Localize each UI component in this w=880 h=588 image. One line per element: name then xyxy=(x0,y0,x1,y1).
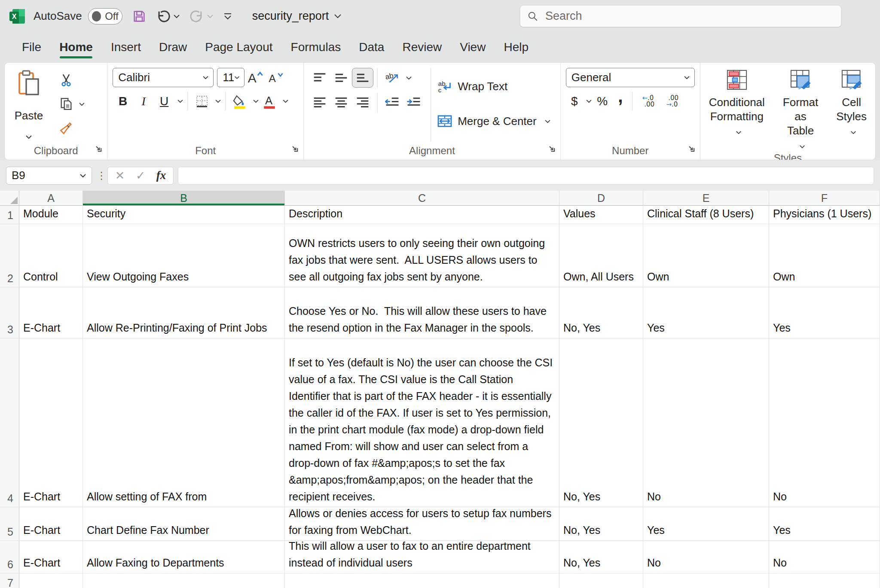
tab-data[interactable]: Data xyxy=(350,35,393,59)
tab-view[interactable]: View xyxy=(451,35,495,59)
formula-bar-drag-handle[interactable]: ⋮ xyxy=(96,170,103,182)
format-painter-button[interactable] xyxy=(56,119,76,137)
cell-B5[interactable]: Chart Define Fax Number xyxy=(83,507,285,541)
align-center-button[interactable] xyxy=(330,93,352,113)
select-all-button[interactable] xyxy=(0,191,19,206)
tab-insert[interactable]: Insert xyxy=(102,35,150,59)
cell-E3[interactable]: Yes xyxy=(643,287,769,338)
cell-A6[interactable]: E-Chart xyxy=(19,541,83,573)
accounting-format-button[interactable]: $ xyxy=(566,91,583,111)
top-align-button[interactable] xyxy=(309,68,330,88)
clipboard-dialog-launcher[interactable] xyxy=(94,144,103,153)
font-name-select[interactable]: Calibri xyxy=(113,68,214,87)
tab-page-layout[interactable]: Page Layout xyxy=(196,35,281,59)
save-button[interactable] xyxy=(132,9,147,24)
cell-B2[interactable]: View Outgoing Faxes xyxy=(83,224,285,287)
insert-function-button[interactable]: fx xyxy=(151,168,171,184)
format-as-table-button[interactable]: Format as Table xyxy=(779,68,822,152)
copy-dropdown-icon[interactable] xyxy=(79,102,85,106)
font-dialog-launcher[interactable] xyxy=(290,144,299,153)
cell-E2[interactable]: Own xyxy=(643,224,769,287)
orientation-button[interactable]: ab xyxy=(382,68,403,88)
formula-input[interactable] xyxy=(178,167,874,185)
cell-D5[interactable]: No, Yes xyxy=(559,507,643,541)
number-dialog-launcher[interactable] xyxy=(687,144,696,153)
underline-button[interactable]: U xyxy=(154,91,174,111)
cell-E5[interactable]: Yes xyxy=(643,507,769,541)
accounting-dropdown-icon[interactable] xyxy=(586,99,592,103)
row-header-3[interactable]: 3 xyxy=(0,287,19,338)
merge-center-button[interactable]: Merge & Center xyxy=(437,115,551,128)
increase-decimal-button[interactable]: ←.0 .00 xyxy=(636,91,660,111)
autosave-toggle[interactable]: Off xyxy=(88,8,122,24)
cell-C2[interactable]: OWN restricts users to only seeing their… xyxy=(285,224,559,287)
cell-C6[interactable]: This will allow a user to fax to an enti… xyxy=(285,541,559,573)
search-box[interactable] xyxy=(520,5,841,27)
row-header-7[interactable]: 7 xyxy=(0,573,19,588)
comma-style-button[interactable]: , xyxy=(613,91,628,111)
font-color-dropdown-icon[interactable] xyxy=(282,99,289,103)
customize-quick-access-button[interactable] xyxy=(223,12,232,20)
conditional-formatting-button[interactable]: Conditional Formatting xyxy=(706,68,768,152)
bold-button[interactable]: B xyxy=(113,91,133,111)
increase-indent-button[interactable] xyxy=(403,93,425,113)
tab-formulas[interactable]: Formulas xyxy=(282,35,350,59)
cell-A7[interactable] xyxy=(19,573,83,588)
cell-E1[interactable]: Clinical Staff (8 Users) xyxy=(643,206,769,224)
column-header-B[interactable]: B xyxy=(83,191,285,206)
undo-dropdown-icon[interactable] xyxy=(173,14,180,18)
cell-F7[interactable] xyxy=(769,573,880,588)
row-header-4[interactable]: 4 xyxy=(0,338,19,507)
cell-B6[interactable]: Allow Faxing to Departments xyxy=(83,541,285,573)
cell-D3[interactable]: No, Yes xyxy=(559,287,643,338)
middle-align-button[interactable] xyxy=(330,68,352,88)
borders-button[interactable] xyxy=(192,91,212,111)
percent-style-button[interactable]: % xyxy=(592,91,613,111)
row-header-5[interactable]: 5 xyxy=(0,507,19,541)
cell-F2[interactable]: Own xyxy=(769,224,880,287)
cell-C3[interactable]: Choose Yes or No. This will allow these … xyxy=(285,287,559,338)
tab-help[interactable]: Help xyxy=(495,35,538,59)
tab-review[interactable]: Review xyxy=(393,35,451,59)
cell-F5[interactable]: Yes xyxy=(769,507,880,541)
cell-E4[interactable]: No xyxy=(643,338,769,507)
alignment-dialog-launcher[interactable] xyxy=(547,144,556,153)
cell-B7[interactable] xyxy=(83,573,285,588)
row-header-1[interactable]: 1 xyxy=(0,206,19,224)
fill-color-dropdown-icon[interactable] xyxy=(253,99,259,103)
borders-dropdown-icon[interactable] xyxy=(215,99,221,103)
wrap-text-button[interactable]: ab c Wrap Text xyxy=(437,79,551,94)
cell-A2[interactable]: Control xyxy=(19,224,83,287)
cell-A3[interactable]: E-Chart xyxy=(19,287,83,338)
cell-D1[interactable]: Values xyxy=(559,206,643,224)
font-color-button[interactable]: A xyxy=(259,91,280,111)
column-header-F[interactable]: F xyxy=(769,191,880,206)
italic-button[interactable]: I xyxy=(133,91,154,111)
paste-dropdown-icon[interactable] xyxy=(25,135,32,139)
column-header-C[interactable]: C xyxy=(285,191,559,206)
cell-D4[interactable]: No, Yes xyxy=(559,338,643,507)
column-header-E[interactable]: E xyxy=(643,191,769,206)
cell-E7[interactable] xyxy=(643,573,769,588)
cell-B4[interactable]: Allow setting of FAX from xyxy=(83,338,285,507)
cell-F1[interactable]: Physicians (1 Users) xyxy=(769,206,880,224)
copy-button[interactable] xyxy=(56,94,76,113)
cell-F4[interactable]: No xyxy=(769,338,880,507)
cell-D6[interactable]: No, Yes xyxy=(559,541,643,573)
cell-A4[interactable]: E-Chart xyxy=(19,338,83,507)
tab-draw[interactable]: Draw xyxy=(150,35,196,59)
search-input[interactable] xyxy=(545,9,803,23)
cell-F3[interactable]: Yes xyxy=(769,287,880,338)
undo-button[interactable] xyxy=(156,9,180,24)
decrease-font-size-button[interactable]: A xyxy=(265,68,286,87)
row-header-6[interactable]: 6 xyxy=(0,541,19,573)
increase-font-size-button[interactable]: A xyxy=(244,68,265,87)
font-size-select[interactable]: 11 xyxy=(217,68,244,87)
tab-file[interactable]: File xyxy=(13,35,50,59)
cell-C7[interactable] xyxy=(285,573,559,588)
cell-B1[interactable]: Security xyxy=(83,206,285,224)
align-right-button[interactable] xyxy=(352,93,373,113)
document-title[interactable]: security_report xyxy=(252,9,342,23)
cut-button[interactable] xyxy=(56,70,76,89)
cell-F6[interactable]: No xyxy=(769,541,880,573)
